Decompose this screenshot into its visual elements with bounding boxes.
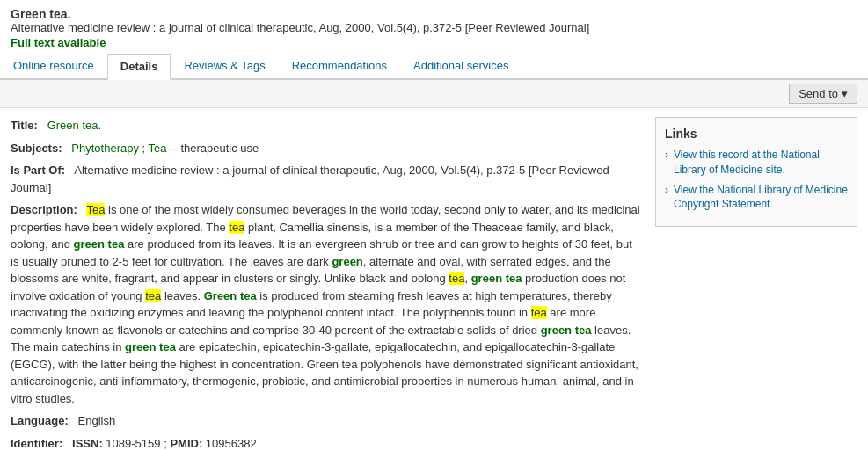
identifier-field: Identifier: ISSN: 1089-5159 ; PMID: 1095… <box>11 435 641 452</box>
tab-online-resource[interactable]: Online resource <box>0 53 107 78</box>
green-1: green <box>332 255 362 268</box>
is-part-of-field: Is Part Of: Alternative medicine review … <box>11 162 641 196</box>
description-text: Tea is one of the most widely consumed b… <box>11 203 640 405</box>
green-tea-2: green tea <box>471 272 522 285</box>
tab-additional-services[interactable]: Additional services <box>400 53 522 78</box>
green-tea-1: green tea <box>74 237 125 251</box>
journal-citation: Alternative medicine review : a journal … <box>11 21 857 34</box>
is-part-of-value: Alternative medicine review : a journal … <box>11 164 609 194</box>
subjects-field: Subjects: Phytotherapy ; Tea -- therapeu… <box>11 140 641 157</box>
title-label: Title: <box>11 119 38 132</box>
tea-highlight-3: tea <box>449 272 464 285</box>
links-panel: Links View this record at the National L… <box>655 117 857 227</box>
subject-phytotherapy[interactable]: Phytotherapy <box>71 142 139 155</box>
subject-therapeutic: -- therapeutic use <box>167 142 259 155</box>
send-to-bar: Send to ▾ <box>0 80 868 108</box>
subjects-label: Subjects: <box>11 142 62 155</box>
green-tea-4: green tea <box>541 324 592 337</box>
navigation-bar: Online resource Details Reviews & Tags R… <box>0 53 868 80</box>
article-title: Green tea. <box>11 7 857 21</box>
full-text-badge: Full text available <box>11 36 857 49</box>
is-part-of-label: Is Part Of: <box>11 164 65 177</box>
links-title: Links <box>665 127 848 141</box>
send-to-label: Send to <box>799 87 838 100</box>
details-panel: Title: Green tea. Subjects: Phytotherapy… <box>11 117 641 451</box>
title-field: Title: Green tea. <box>11 117 641 135</box>
tea-highlight-2: tea <box>229 221 244 234</box>
tea-highlight-4: tea <box>145 289 161 302</box>
tab-details[interactable]: Details <box>107 54 171 80</box>
main-content: Title: Green tea. Subjects: Phytotherapy… <box>0 108 868 451</box>
tab-recommendations[interactable]: Recommendations <box>279 53 400 78</box>
chevron-down-icon: ▾ <box>842 87 848 100</box>
language-label: Language: <box>11 414 69 427</box>
language-value: English <box>78 414 116 427</box>
description-field: Description: Tea is one of the most wide… <box>11 201 641 407</box>
green-tea-3: Green tea <box>204 289 257 302</box>
tea-highlight-1: Tea <box>86 203 105 216</box>
tea-highlight-5: tea <box>531 306 547 319</box>
send-to-button[interactable]: Send to ▾ <box>789 84 857 104</box>
description-label: Description: <box>11 203 77 216</box>
nlm-record-link[interactable]: View this record at the National Library… <box>665 148 848 178</box>
language-field: Language: English <box>11 412 641 430</box>
tab-reviews-tags[interactable]: Reviews & Tags <box>171 53 278 78</box>
title-value: Green tea. <box>47 119 101 132</box>
subject-tea[interactable]: Tea <box>149 142 167 155</box>
subject-sep: ; <box>139 142 149 155</box>
nlm-copyright-link[interactable]: View the National Library of Medicine Co… <box>665 183 848 213</box>
green-tea-5: green tea <box>125 340 176 353</box>
identifier-label: Identifier: <box>11 437 62 450</box>
identifier-value: ISSN: 1089-5159 ; PMID: 10956382 <box>72 437 257 450</box>
